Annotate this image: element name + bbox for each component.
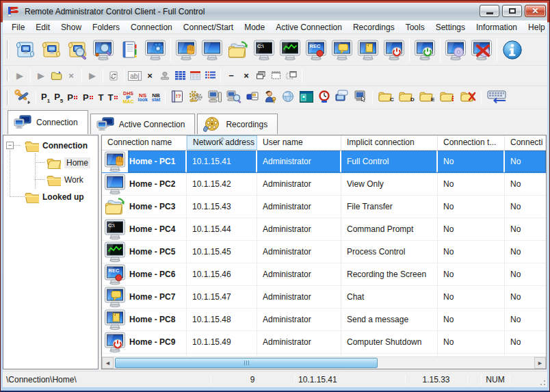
traceroute-button[interactable]: T	[99, 88, 104, 107]
drive-e-folder-button[interactable]: E	[419, 88, 435, 107]
scroll-right-button[interactable]: ▶	[534, 357, 546, 369]
chat-terminal-button[interactable]: ,,,	[335, 88, 350, 107]
new-connection-button[interactable]	[12, 36, 38, 64]
tools-dropdown-button[interactable]	[14, 88, 31, 107]
gears-key-button[interactable]	[188, 88, 203, 107]
column-header-connecti[interactable]: Connecti	[505, 135, 546, 150]
chat-button[interactable]	[329, 36, 355, 64]
connect-button[interactable]	[412, 36, 438, 64]
table-row[interactable]: Home - PC310.1.15.43AdministratorFile Tr…	[102, 196, 546, 218]
ping-1-button[interactable]: P1	[41, 88, 50, 107]
tab-active-connection[interactable]: Active Connection	[90, 114, 196, 134]
restore-window-button[interactable]	[254, 68, 269, 84]
menu-connect-start[interactable]: Connect/Start	[178, 21, 239, 34]
drive-dots-folder-button[interactable]	[439, 88, 456, 107]
menu-file[interactable]: File	[6, 21, 30, 34]
tree-item-looked-up[interactable]: Looked up	[24, 189, 84, 205]
horizontal-scrollbar[interactable]: ◀ ▶	[102, 356, 546, 369]
column-header-implicit-connection[interactable]: Implicit connection	[341, 135, 438, 150]
dhs-ip-mac-button[interactable]: DHSIPMAC	[123, 88, 134, 107]
window-dashed-button[interactable]	[269, 68, 284, 84]
help-book-button[interactable]: !?	[170, 88, 184, 107]
record-screen-button[interactable]: REC	[303, 36, 329, 64]
rename-button[interactable]: ab|	[127, 68, 142, 84]
computer-button[interactable]	[207, 88, 222, 107]
tree-item-connection[interactable]: Connection	[24, 138, 88, 154]
table-row[interactable]: Home - PC810.1.15.48AdministratorSend a …	[102, 309, 546, 331]
delete-dim-button[interactable]: ×	[64, 68, 79, 84]
tab-connection[interactable]: Connection	[8, 110, 88, 134]
network-globe-button[interactable]	[281, 88, 295, 107]
scroll-left-button[interactable]: ◀	[102, 357, 114, 369]
traceroute-custom-button[interactable]: T	[108, 88, 119, 107]
toolbar-grip[interactable]	[7, 70, 9, 82]
ping-custom-button[interactable]: P	[83, 88, 94, 107]
remote-window-button[interactable]	[299, 88, 314, 107]
stamp-button[interactable]	[157, 68, 172, 84]
toolbar-grip[interactable]	[7, 90, 9, 104]
column-header-connection-t-[interactable]: Connection t...	[438, 135, 505, 150]
menu-information[interactable]: Information	[471, 21, 523, 34]
minimize-window-button[interactable]: −	[224, 68, 239, 84]
scroll-thumb[interactable]	[115, 358, 378, 368]
view-only-button[interactable]	[199, 36, 225, 64]
send-keys-button[interactable]	[486, 88, 507, 107]
disconnect-button[interactable]	[469, 36, 495, 64]
full-control-button[interactable]	[173, 36, 199, 64]
menu-tools[interactable]: Tools	[400, 21, 430, 34]
menu-show[interactable]: Show	[55, 21, 87, 34]
menu-settings[interactable]: Settings	[430, 21, 471, 34]
folder-delete-button[interactable]	[460, 88, 476, 107]
menu-recordings[interactable]: Recordings	[348, 21, 400, 34]
menu-folders[interactable]: Folders	[87, 21, 125, 34]
open-folder-button[interactable]	[49, 68, 64, 84]
speed-gauge-button[interactable]	[318, 88, 330, 107]
start-3-button[interactable]: ▶	[85, 68, 100, 84]
table-row[interactable]: RECHome - PC610.1.15.46AdministratorReco…	[102, 263, 546, 286]
toolbar-grip[interactable]	[7, 40, 9, 60]
information-button[interactable]	[499, 36, 525, 64]
ns-lookup-button[interactable]: NSlook	[138, 88, 147, 107]
menu-mode[interactable]: Mode	[239, 21, 270, 34]
table-row[interactable]: Home - PC910.1.15.49AdministratorCompute…	[102, 331, 546, 354]
computer-shutdown-button[interactable]	[381, 36, 407, 64]
start-2-button[interactable]: ▶	[34, 68, 49, 84]
close-button[interactable]: ✕	[525, 5, 546, 17]
send-message-button[interactable]	[355, 36, 381, 64]
menu-edit[interactable]: Edit	[30, 21, 55, 34]
drive-c-folder-button[interactable]: C	[378, 88, 394, 107]
resize-grip[interactable]	[538, 378, 546, 386]
menu-help[interactable]: Help	[523, 21, 547, 34]
close-window-button[interactable]: ×	[239, 68, 254, 84]
table-row[interactable]: Home - PC210.1.15.42AdministratorView On…	[102, 173, 546, 196]
menu-active-connection[interactable]: Active Connection	[270, 21, 348, 34]
delete-button[interactable]: ×	[142, 68, 157, 84]
window-send-button[interactable]	[284, 68, 299, 84]
column-header-user-name[interactable]: User name	[257, 135, 341, 150]
column-header-network-address[interactable]: Network address	[187, 135, 257, 150]
tree-item-home[interactable]: Home	[46, 155, 90, 171]
file-transfer-button[interactable]	[225, 36, 251, 64]
user-permissions-button[interactable]	[263, 88, 277, 107]
play-recording-button[interactable]	[443, 36, 469, 64]
scan-network-button[interactable]	[90, 36, 116, 64]
connection-list-button[interactable]	[116, 36, 142, 64]
table-row[interactable]: Home - PC710.1.15.47AdministratorChatNoN…	[102, 286, 546, 309]
view-details-button[interactable]	[172, 68, 187, 84]
menu-connection[interactable]: Connection	[125, 21, 178, 34]
table-row[interactable]: Home - PC510.1.15.45AdministratorProcess…	[102, 241, 546, 263]
pc-mouse-button[interactable]	[354, 88, 367, 107]
table-row[interactable]: C:\Home - PC410.1.15.44AdministratorComm…	[102, 218, 546, 241]
command-prompt-button[interactable]: C:\	[251, 36, 277, 64]
nb-stat-button[interactable]: NBstat	[152, 88, 160, 107]
edit-connection-button[interactable]	[38, 36, 64, 64]
view-list-button[interactable]	[187, 68, 202, 84]
ping-5-button[interactable]: P5	[54, 88, 63, 107]
computer-search-button[interactable]	[226, 88, 241, 107]
title-bar[interactable]: Remote Administrator Control Client - Fu…	[3, 3, 547, 21]
ping-continuous-button[interactable]: P	[67, 88, 79, 107]
connection-settings-button[interactable]	[142, 36, 168, 64]
tab-recordings[interactable]: Recordings	[197, 114, 278, 134]
table-row[interactable]: Home - PC110.1.15.41AdministratorFull Co…	[102, 151, 546, 173]
view-report-button[interactable]	[202, 68, 218, 84]
